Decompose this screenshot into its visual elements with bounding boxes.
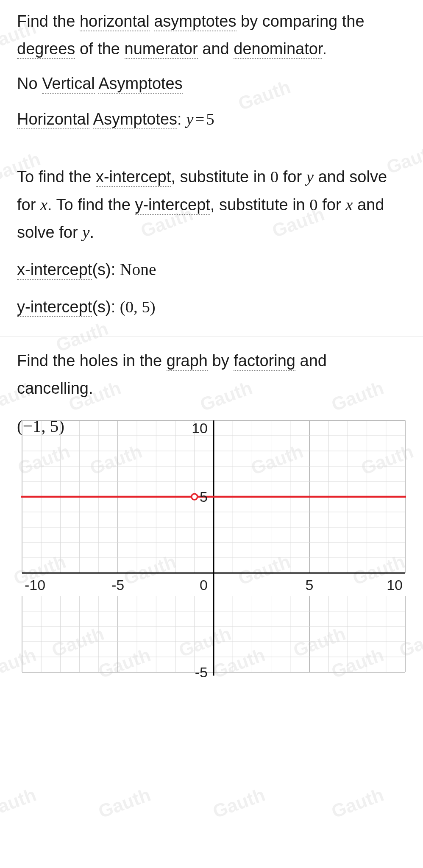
term-numerator[interactable]: numerator bbox=[125, 40, 198, 59]
divider bbox=[0, 337, 423, 337]
term-asymptotes[interactable]: asymptotes bbox=[154, 12, 236, 31]
term-denominator[interactable]: denominator bbox=[234, 40, 322, 59]
term-asymptotes-3[interactable]: Asymptotes bbox=[93, 110, 178, 129]
y-intercept-value: (0, 5) bbox=[120, 298, 156, 316]
y-tick-label: 10 bbox=[192, 420, 208, 436]
term-graph[interactable]: graph bbox=[167, 352, 208, 371]
graph-plot: -10-50510105-5 bbox=[20, 419, 407, 868]
term-degrees[interactable]: degrees bbox=[17, 40, 75, 59]
chart-svg: -10-50510105-5 bbox=[20, 419, 407, 868]
svg-point-60 bbox=[192, 494, 198, 500]
math-var-y: y bbox=[186, 110, 193, 128]
y-tick-label: 5 bbox=[200, 489, 208, 505]
x-tick-label: -5 bbox=[111, 577, 124, 593]
x-tick-label: 10 bbox=[387, 577, 403, 593]
term-horizontal[interactable]: horizontal bbox=[80, 12, 150, 31]
y-tick-label: -5 bbox=[195, 664, 208, 680]
term-x-intercept-2[interactable]: x-intercept bbox=[17, 261, 92, 280]
paragraph: Find the holes in the graph by factoring… bbox=[17, 347, 406, 402]
math-eq: = bbox=[193, 110, 206, 128]
x-tick-label: -10 bbox=[25, 577, 45, 593]
solution-step-intercepts: To find the x-intercept, substitute in 0… bbox=[0, 153, 423, 333]
x-intercept-value: None bbox=[120, 260, 156, 279]
term-x-intercept[interactable]: x-intercept bbox=[96, 168, 171, 187]
x-tick-label: 5 bbox=[306, 577, 314, 593]
horizontal-asymptotes-line: Horizontal Asymptotes: y=5 bbox=[17, 105, 406, 133]
y-intercept-line: y-intercept(s): (0, 5) bbox=[17, 293, 406, 321]
math-num: 5 bbox=[206, 110, 214, 128]
term-y-intercept[interactable]: y-intercept bbox=[135, 196, 210, 215]
x-intercept-line: x-intercept(s): None bbox=[17, 256, 406, 284]
term-vertical[interactable]: Vertical bbox=[42, 75, 95, 94]
paragraph: To find the x-intercept, substitute in 0… bbox=[17, 163, 406, 247]
term-y-intercept-2[interactable]: y-intercept bbox=[17, 298, 92, 317]
term-asymptotes-2[interactable]: Asymptotes bbox=[98, 75, 183, 94]
vertical-asymptotes-line: No Vertical Asymptotes bbox=[17, 70, 406, 97]
term-factoring[interactable]: factoring bbox=[234, 352, 295, 371]
term-horizontal-2[interactable]: Horizontal bbox=[17, 110, 89, 129]
paragraph: Find the horizontal asymptotes by compar… bbox=[17, 8, 406, 62]
x-tick-label: 0 bbox=[200, 577, 208, 593]
solution-step-asymptotes: Find the horizontal asymptotes by compar… bbox=[0, 0, 423, 145]
